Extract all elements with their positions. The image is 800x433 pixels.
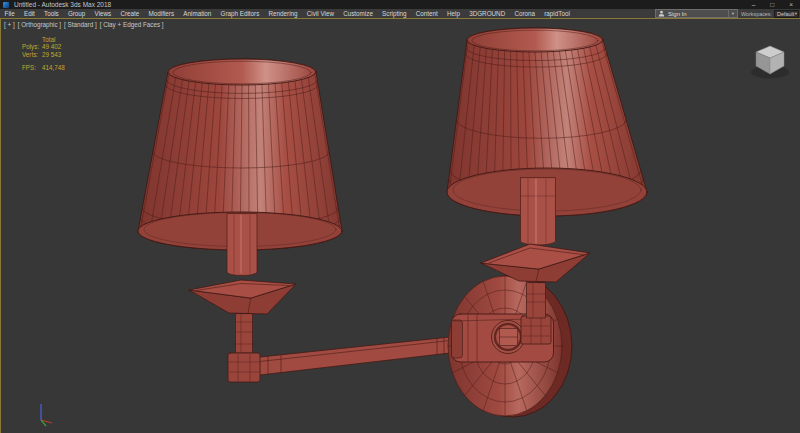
workspaces-label: Workspaces:: [741, 11, 772, 17]
menu-item-views[interactable]: Views: [90, 9, 116, 18]
menu-item-civil-view[interactable]: Civil View: [302, 9, 338, 18]
menu-item-file[interactable]: File: [0, 9, 19, 18]
stats-fps-label: FPS:: [22, 64, 42, 71]
sign-in-button[interactable]: Sign In ▾: [655, 9, 738, 19]
stats-verts-label: Verts:: [22, 51, 42, 58]
sign-in-label: Sign In: [668, 11, 687, 17]
viewport-render-preset-menu[interactable]: [ Standard ]: [64, 21, 97, 28]
window-title: Untitled - Autodesk 3ds Max 2018: [14, 1, 111, 8]
3dsmax-window: { "window": { "title": "Untitled - Autod…: [0, 0, 800, 433]
menu-item-modifiers[interactable]: Modifiers: [144, 9, 179, 18]
viewport-shading-menu[interactable]: [ Clay + Edged Faces ]: [100, 21, 164, 28]
viewport-general-menu[interactable]: [ + ]: [4, 21, 15, 28]
workspaces-dropdown[interactable]: Default ▾: [774, 10, 799, 18]
workspaces-control: Workspaces: Default ▾: [741, 9, 799, 19]
world-axis-tripod: [41, 404, 52, 426]
title-bar: Untitled - Autodesk 3ds Max 2018 – □ ×: [0, 0, 800, 9]
3dsmax-app-icon[interactable]: [3, 2, 9, 8]
menu-item-create[interactable]: Create: [116, 9, 144, 18]
sign-in-caret-icon[interactable]: ▾: [728, 9, 737, 18]
menu-item-edit[interactable]: Edit: [19, 9, 39, 18]
active-viewport-border-left: [0, 18, 1, 433]
viewport-statistics: Total Polys:49 402 Verts:29 543 FPS:414,…: [22, 36, 65, 72]
viewcube[interactable]: [752, 46, 788, 78]
viewport-pov-menu[interactable]: [ Orthographic ]: [18, 21, 61, 28]
menu-item-scripting[interactable]: Scripting: [378, 9, 412, 18]
menu-item-3dground[interactable]: 3DGROUND: [465, 9, 510, 18]
menu-item-graph-editors[interactable]: Graph Editors: [216, 9, 264, 18]
close-button[interactable]: ×: [789, 0, 793, 9]
stats-polys-label: Polys:: [22, 43, 42, 50]
viewport-label-bar: [ + ] [ Orthographic ] [ Standard ] [ Cl…: [4, 21, 164, 28]
menu-item-group[interactable]: Group: [63, 9, 90, 18]
workspaces-value: Default: [775, 11, 794, 17]
menu-item-content[interactable]: Content: [411, 9, 442, 18]
menu-item-animation[interactable]: Animation: [179, 9, 216, 18]
menu-item-tools[interactable]: Tools: [39, 9, 63, 18]
stats-polys-value: 49 402: [42, 43, 61, 50]
menu-item-rendering[interactable]: Rendering: [264, 9, 302, 18]
stats-fps-value: 414,748: [42, 64, 65, 71]
user-icon: [658, 10, 665, 17]
restore-button[interactable]: □: [770, 0, 774, 9]
menu-item-customize[interactable]: Customize: [339, 9, 378, 18]
left-arm[interactable]: [260, 337, 450, 375]
menu-item-help[interactable]: Help: [442, 9, 464, 18]
minimize-button[interactable]: –: [752, 0, 756, 9]
menu-item-corona[interactable]: Corona: [510, 9, 540, 18]
stats-header: Total: [42, 36, 55, 43]
window-controls: – □ ×: [752, 0, 793, 9]
viewport-canvas[interactable]: [0, 0, 800, 433]
stats-verts-value: 29 543: [42, 51, 61, 58]
sconce-model[interactable]: [138, 28, 647, 417]
menu-item-rapidtool[interactable]: rapidTool: [540, 9, 575, 18]
workspaces-caret-icon: ▾: [795, 11, 798, 16]
wall-backplate[interactable]: [448, 275, 572, 417]
